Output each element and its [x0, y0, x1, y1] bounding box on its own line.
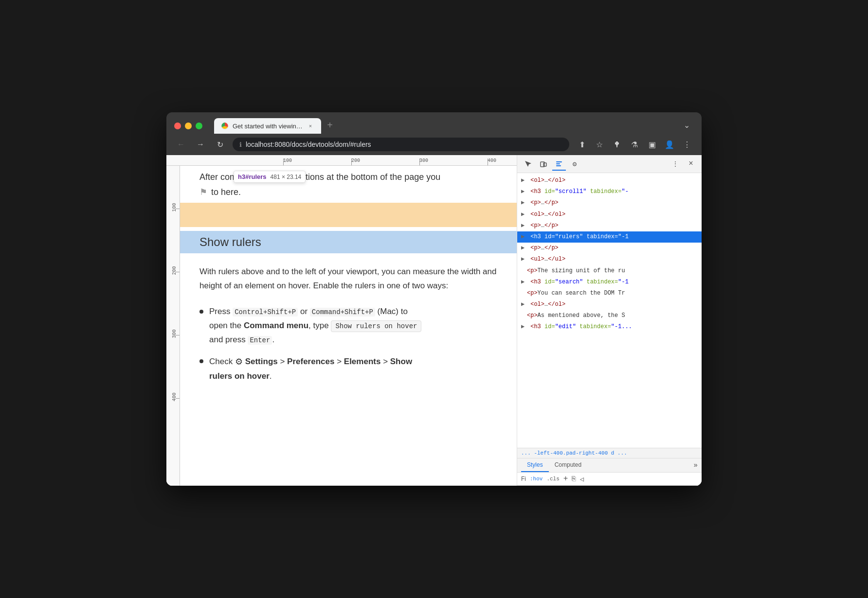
device-toolbar-button[interactable]	[537, 157, 550, 171]
bookmark-icon[interactable]: ☆	[593, 138, 606, 151]
settings-gear-icon: ⚙	[235, 354, 243, 369]
toggle-sidebar-button[interactable]: ◁	[579, 475, 583, 483]
dom-line-p1[interactable]: ▶ <p>…</p>	[517, 197, 702, 209]
inspect-element-button[interactable]	[521, 157, 535, 171]
tab-close-button[interactable]: ×	[307, 122, 314, 130]
expand-arrow[interactable]: ▶	[521, 278, 527, 287]
tab-styles[interactable]: Styles	[521, 458, 549, 472]
page-body: h3#rulers 481 × 23.14 After completing t…	[180, 166, 517, 486]
dom-tree[interactable]: ▶ <ol>…</ol> ▶ <h3 id="scroll1" tabindex…	[517, 173, 702, 448]
bullet-text-2: Check ⚙ Settings > Preferences > Element…	[209, 354, 412, 383]
devtools-toolbar: ⚙ ⋮ ×	[517, 155, 702, 173]
svg-rect-5	[556, 161, 562, 162]
tab-list-button[interactable]: ⌄	[680, 119, 694, 132]
title-bar: Get started with viewing and c × + ⌄	[166, 112, 702, 134]
console-button[interactable]	[552, 157, 566, 171]
expand-arrow[interactable]: ▶	[521, 176, 527, 185]
tabs-area: Get started with viewing and c × + ⌄	[214, 118, 694, 134]
dom-line-p-search[interactable]: <p>You can search the DOM Tr	[517, 288, 702, 299]
dom-line-ol3[interactable]: ▶ <ol>…</ol>	[517, 299, 702, 310]
refresh-button[interactable]: ↻	[213, 138, 227, 151]
show-rulers-on-hover-code: Show rulers on hover	[331, 320, 421, 332]
styles-toolbar: Fi :hov .cls + ⎘ ◁	[517, 473, 702, 486]
close-devtools-button[interactable]: ×	[684, 157, 698, 171]
svg-rect-7	[556, 165, 561, 166]
browser-window: Get started with viewing and c × + ⌄ ← →…	[166, 112, 702, 486]
element-tooltip: h3#rulers 481 × 23.14	[234, 171, 306, 183]
ruler-mark-100: 100	[283, 158, 292, 163]
lock-icon: ℹ	[239, 141, 242, 148]
address-bar: ← → ↻ ℹ localhost:8080/docs/devtools/dom…	[166, 134, 702, 155]
pseudo-classes-button[interactable]: :hov	[530, 476, 542, 482]
more-options-button[interactable]: ⋮	[669, 157, 682, 171]
settings-button[interactable]: ⚙	[568, 157, 581, 171]
sidebar-icon[interactable]: ▣	[645, 138, 659, 151]
add-style-button[interactable]: +	[563, 475, 568, 483]
dom-line-p-mentioned[interactable]: <p>As mentioned above, the S	[517, 310, 702, 321]
bullet-list: Press Control+Shift+P or Command+Shift+P…	[199, 305, 497, 384]
svg-rect-2	[616, 144, 617, 147]
profile-icon[interactable]: 👤	[663, 138, 676, 151]
copy-styles-button[interactable]: ⎘	[572, 475, 576, 483]
devtools-statusbar: ... -left-400.pad-right-400 d ...	[517, 448, 702, 458]
address-input[interactable]: ℹ localhost:8080/docs/devtools/dom/#rule…	[233, 138, 569, 151]
dom-line-ol2[interactable]: ▶ <ol>…</ol>	[517, 209, 702, 220]
expand-arrow-selected[interactable]: ▶	[521, 232, 527, 242]
expand-arrow[interactable]: ▶	[521, 300, 527, 309]
dom-line-h3-rulers[interactable]: ▶ <h3 id="rulers" tabindex="-1	[517, 231, 702, 243]
dom-line-ul1[interactable]: ▶ <ul>…</ul>	[517, 254, 702, 265]
orange-highlight-bar	[180, 203, 517, 227]
dom-line-h3-scroll1[interactable]: ▶ <h3 id="scroll1" tabindex="-	[517, 186, 702, 197]
labs-icon[interactable]: ⚗	[628, 138, 641, 151]
show-rulers-heading: Show rulers	[199, 235, 261, 249]
styles-filter-label: Fi	[521, 475, 526, 482]
rulers-description: With rulers above and to the left of you…	[199, 265, 497, 293]
dom-line-p2[interactable]: ▶ <p>…</p>	[517, 220, 702, 231]
bullet-dot-1	[199, 310, 203, 314]
traffic-lights	[174, 123, 202, 129]
bullet-text-1: Press Control+Shift+P or Command+Shift+P…	[209, 305, 421, 347]
menu-icon[interactable]: ⋮	[680, 138, 694, 151]
expand-arrow[interactable]: ▶	[521, 210, 527, 219]
bullet-item-1: Press Control+Shift+P or Command+Shift+P…	[199, 305, 497, 347]
extensions-icon[interactable]	[610, 138, 624, 151]
expand-arrow[interactable]: ▶	[521, 198, 527, 208]
svg-rect-4	[543, 163, 546, 166]
back-button[interactable]: ←	[174, 138, 188, 151]
cls-button[interactable]: .cls	[546, 476, 559, 482]
tab-title: Get started with viewing and c	[233, 123, 303, 130]
minimize-button[interactable]	[185, 123, 192, 129]
devtools-tabs: Styles Computed »	[517, 458, 702, 473]
ruler-top: 100 200 300 400 500	[166, 155, 517, 166]
active-tab[interactable]: Get started with viewing and c ×	[214, 118, 321, 134]
devtools-panel: ⚙ ⋮ × ▶ <ol>…</ol> ▶ <h3 id="scroll1" ta…	[517, 155, 702, 486]
chrome-favicon-icon	[221, 122, 229, 130]
tooltip-tag: h3#rulers	[238, 173, 267, 180]
bullet-item-2: Check ⚙ Settings > Preferences > Element…	[199, 354, 497, 383]
ruler-mark-300: 300	[419, 158, 428, 163]
dom-line-ol1[interactable]: ▶ <ol>…</ol>	[517, 175, 702, 186]
main-area: 100 200 300 400 500 100	[166, 155, 702, 486]
forward-button[interactable]: →	[194, 138, 207, 151]
dom-line-p3[interactable]: ▶ <p>…</p>	[517, 243, 702, 254]
tab-computed[interactable]: Computed	[549, 458, 587, 472]
toolbar-icons: ⬆ ☆ ⚗ ▣ 👤 ⋮	[575, 138, 694, 151]
dom-line-p-sizing[interactable]: <p>The sizing unit of the ru	[517, 265, 702, 277]
expand-arrow[interactable]: ▶	[521, 221, 527, 230]
maximize-button[interactable]	[196, 123, 202, 129]
expand-arrow[interactable]: ▶	[521, 255, 527, 264]
expand-arrow[interactable]: ▶	[521, 322, 527, 332]
new-tab-button[interactable]: +	[323, 118, 337, 132]
ruler-mark-200: 200	[351, 158, 360, 163]
share-icon[interactable]: ⬆	[575, 138, 589, 151]
tabs-chevron[interactable]: »	[694, 461, 698, 469]
show-rulers-highlight: Show rulers	[180, 231, 517, 253]
expand-arrow[interactable]: ▶	[521, 244, 527, 253]
page-content: 100 200 300 400 500 100	[166, 155, 517, 486]
dom-line-h3-edit[interactable]: ▶ <h3 id="edit" tabindex="-1...	[517, 321, 702, 333]
expand-arrow[interactable]: ▶	[521, 187, 527, 196]
close-button[interactable]	[174, 123, 181, 129]
page-header-second-line: ⚑to here.	[199, 186, 497, 199]
dom-line-h3-search[interactable]: ▶ <h3 id="search" tabindex="-1	[517, 277, 702, 288]
url-text: localhost:8080/docs/devtools/dom/#rulers	[246, 141, 371, 148]
